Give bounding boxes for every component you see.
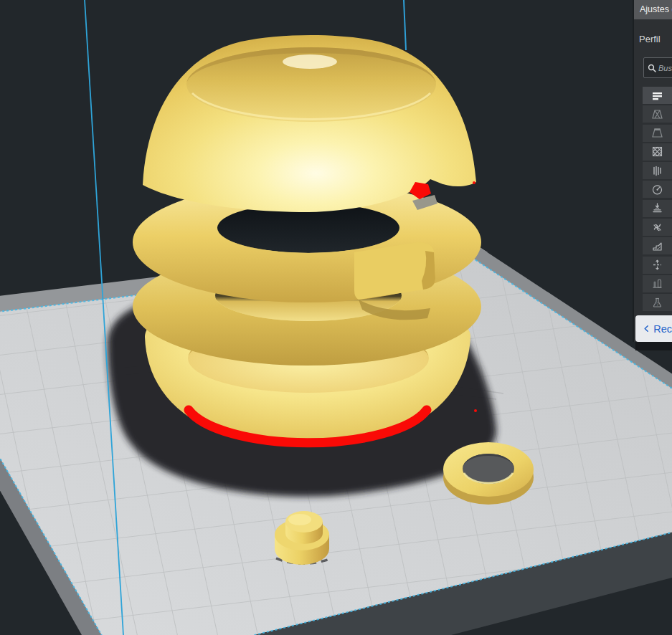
fan-icon	[651, 221, 663, 234]
category-cooling-button[interactable]	[643, 219, 672, 236]
two-towers-icon	[651, 277, 663, 290]
category-infill-button[interactable]	[643, 143, 672, 161]
flask-question-icon: ?	[651, 297, 663, 309]
svg-text:?: ?	[656, 301, 659, 306]
layer-lines-icon	[651, 90, 663, 102]
crosshatch-icon	[651, 145, 663, 158]
cura-slicer-window: { "panel": { "title": "Ajustes d", "prof…	[0, 0, 672, 635]
search-icon	[648, 64, 656, 72]
category-speed-button[interactable]	[643, 181, 672, 198]
strands-icon	[651, 165, 663, 177]
recommended-mode-button[interactable]: Rec	[635, 315, 672, 342]
shell-wireframe-icon	[651, 108, 663, 120]
panel-title: Ajustes d	[634, 0, 672, 19]
category-support-button[interactable]	[643, 237, 672, 254]
print-settings-panel: Ajustes d Perfil	[633, 0, 672, 350]
settings-category-list: ?	[643, 87, 672, 313]
top-surface-icon	[651, 127, 663, 139]
layers-arrow-icon	[651, 202, 663, 214]
category-travel-button[interactable]	[643, 200, 672, 217]
model-sliced-sphere[interactable]	[133, 35, 481, 446]
category-build-plate-adhesion-button[interactable]	[643, 257, 672, 274]
chevron-left-icon	[644, 324, 648, 333]
washer-ring[interactable]	[443, 442, 534, 505]
category-material-button[interactable]	[643, 162, 672, 179]
gauge-icon	[651, 183, 663, 196]
category-top-bottom-button[interactable]	[643, 125, 672, 142]
settings-search-box[interactable]	[643, 57, 672, 78]
viewport-3d[interactable]	[0, 0, 672, 635]
support-block-icon	[651, 240, 663, 252]
category-dual-extrusion-button[interactable]	[643, 275, 672, 292]
search-input[interactable]	[658, 64, 672, 72]
profile-label: Perfil	[639, 34, 661, 44]
category-experimental-button[interactable]: ?	[643, 294, 672, 311]
adhesion-arrows-icon	[651, 259, 663, 271]
category-quality-button[interactable]	[643, 87, 672, 104]
recommended-button-label: Rec	[653, 323, 672, 335]
category-walls-button[interactable]	[643, 105, 672, 123]
panel-bottom-shadow	[635, 342, 672, 350]
